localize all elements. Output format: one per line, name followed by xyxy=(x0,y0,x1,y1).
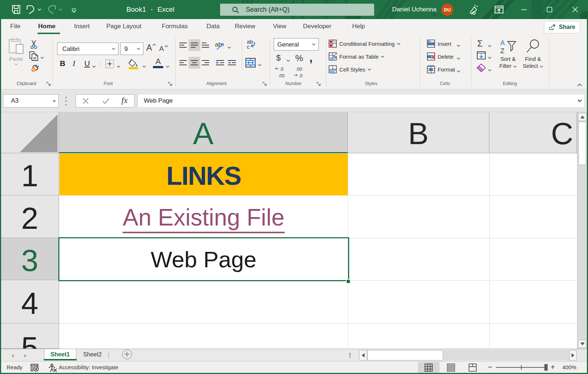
avatar[interactable]: DU xyxy=(441,4,453,16)
redo-dropdown[interactable] xyxy=(57,0,63,19)
column-header-b[interactable]: B xyxy=(348,112,489,153)
find-select-button[interactable]: Find & Select xyxy=(521,56,545,69)
user-name[interactable]: Daniel Uchenna xyxy=(381,0,437,19)
collapse-ribbon-button[interactable] xyxy=(577,82,582,88)
percent-style-button[interactable]: % xyxy=(295,53,303,63)
font-size-combo[interactable]: 9 xyxy=(120,43,143,55)
fill-button[interactable] xyxy=(476,51,486,61)
redo-button[interactable] xyxy=(47,0,57,19)
name-box[interactable]: A3 xyxy=(3,94,59,107)
merge-center-dropdown[interactable] xyxy=(258,61,262,68)
decrease-font-button[interactable]: A xyxy=(159,45,168,53)
copy-dropdown[interactable] xyxy=(40,54,44,60)
save-button[interactable] xyxy=(11,0,21,19)
font-dialog-launcher[interactable] xyxy=(167,81,173,87)
insert-dropdown[interactable] xyxy=(457,42,460,48)
zoom-slider-handle[interactable] xyxy=(544,364,548,371)
search-input[interactable]: Search (Alt+Q) xyxy=(220,4,374,16)
tab-developer[interactable]: Developer xyxy=(303,19,332,34)
tabbar-resize-handle[interactable] xyxy=(349,353,351,358)
tab-home[interactable]: Home xyxy=(38,19,55,34)
minimize-button[interactable] xyxy=(515,0,532,19)
close-button[interactable] xyxy=(567,0,584,19)
font-color-dropdown[interactable] xyxy=(166,63,169,69)
row-header-5[interactable]: 5 xyxy=(1,323,59,349)
undo-dropdown[interactable] xyxy=(36,0,42,19)
conditional-formatting-button[interactable]: Conditional Formatting xyxy=(328,39,401,48)
delete-cells-button[interactable]: Delete xyxy=(427,52,453,61)
zoom-out-button[interactable]: − xyxy=(488,363,492,371)
zoom-level[interactable]: 400% xyxy=(562,364,576,370)
fill-dropdown[interactable] xyxy=(488,54,492,60)
comma-style-button[interactable]: , xyxy=(309,50,313,65)
view-page-layout-button[interactable] xyxy=(447,363,455,373)
zoom-in-button[interactable]: + xyxy=(551,363,555,371)
sheet-tab-sheet2[interactable]: Sheet2 xyxy=(76,349,109,360)
decrease-decimal-button[interactable]: .00 .0 xyxy=(293,66,307,80)
bold-button[interactable]: B xyxy=(60,59,65,68)
number-dialog-launcher[interactable] xyxy=(316,81,321,87)
select-all-corner[interactable] xyxy=(1,112,59,153)
accounting-format-button[interactable]: $ xyxy=(276,53,281,63)
increase-decimal-button[interactable]: .0 .00 xyxy=(274,66,288,80)
borders-dropdown[interactable] xyxy=(117,63,120,69)
orientation-button[interactable]: ab xyxy=(215,40,226,52)
coming-soon-button[interactable] xyxy=(467,0,481,19)
format-dropdown[interactable] xyxy=(457,67,460,74)
format-as-table-button[interactable]: Format as Table xyxy=(328,52,384,61)
view-normal-button[interactable] xyxy=(424,363,433,373)
borders-button[interactable] xyxy=(105,59,114,70)
undo-button[interactable] xyxy=(26,0,36,19)
tab-view[interactable]: View xyxy=(273,19,286,34)
tab-page-layout[interactable]: Page Layout xyxy=(106,19,141,34)
font-color-button[interactable]: A xyxy=(152,58,164,68)
autosum-dropdown[interactable] xyxy=(488,42,492,49)
insert-function-button[interactable]: fx xyxy=(121,96,128,105)
tab-file[interactable]: File xyxy=(10,19,20,34)
bottom-align-button[interactable] xyxy=(201,42,209,50)
clipboard-dialog-launcher[interactable] xyxy=(46,81,51,87)
expand-formula-bar-icon[interactable] xyxy=(577,99,582,103)
tab-review[interactable]: Review xyxy=(235,19,255,34)
autosum-button[interactable]: Σ xyxy=(477,38,483,49)
column-header-a[interactable]: A xyxy=(59,112,348,153)
vertical-scrollbar[interactable] xyxy=(577,112,587,349)
alignment-dialog-launcher[interactable] xyxy=(262,81,267,87)
paste-button[interactable]: Paste xyxy=(7,38,26,70)
namebox-resize-handle[interactable] xyxy=(65,97,67,106)
cell-a1[interactable]: LINKS xyxy=(59,154,348,195)
tab-data[interactable]: Data xyxy=(207,19,220,34)
italic-button[interactable]: I xyxy=(73,59,75,68)
row-header-4[interactable]: 4 xyxy=(1,280,59,323)
increase-indent-button[interactable] xyxy=(227,60,236,67)
sheet-nav-right[interactable] xyxy=(24,353,27,359)
vertical-scroll-thumb[interactable] xyxy=(578,122,586,165)
align-right-button[interactable] xyxy=(201,60,209,67)
add-sheet-button[interactable] xyxy=(122,349,132,359)
scroll-left-button[interactable] xyxy=(359,350,367,360)
tab-help[interactable]: Help xyxy=(352,19,365,34)
underline-button[interactable]: U xyxy=(84,59,90,68)
enter-icon[interactable] xyxy=(102,98,110,104)
tab-insert[interactable]: Insert xyxy=(74,19,90,34)
format-cells-button[interactable]: Format xyxy=(427,65,455,74)
fill-color-dropdown[interactable] xyxy=(142,63,146,69)
share-button[interactable]: Share xyxy=(544,21,580,33)
cut-button[interactable] xyxy=(29,40,38,51)
merge-center-button[interactable] xyxy=(245,58,256,69)
fill-handle[interactable] xyxy=(347,280,350,283)
macro-record-button[interactable] xyxy=(30,364,39,373)
row-header-1[interactable]: 1 xyxy=(1,153,59,195)
accessibility-button[interactable] xyxy=(48,364,58,374)
orientation-dropdown[interactable] xyxy=(227,44,231,50)
number-format-combo[interactable]: General xyxy=(274,38,319,51)
ribbon-display-options-button[interactable] xyxy=(492,0,506,19)
cancel-icon[interactable] xyxy=(82,98,89,104)
clear-button[interactable] xyxy=(476,63,486,74)
clear-dropdown[interactable] xyxy=(488,66,492,73)
cell-a2[interactable]: An Existing File xyxy=(59,196,348,238)
column-header-c[interactable]: C xyxy=(489,112,577,153)
scroll-down-button[interactable] xyxy=(578,340,587,348)
align-left-button[interactable] xyxy=(179,60,187,67)
horizontal-scroll-thumb[interactable] xyxy=(367,350,443,360)
